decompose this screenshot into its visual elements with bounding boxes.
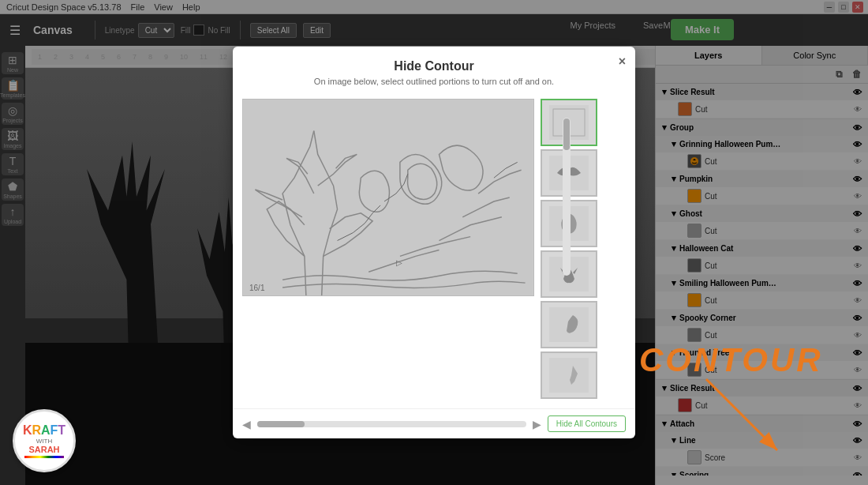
nav-prev-arrow[interactable]: ◀ xyxy=(242,418,251,430)
brand-sarah-text: SARAH xyxy=(28,445,59,454)
modal-header: Hide Contour On image below, select outl… xyxy=(233,47,635,89)
page-indicator: 16/1 xyxy=(249,284,264,292)
modal-close-button[interactable]: × xyxy=(619,55,626,69)
thumb-item-5[interactable] xyxy=(541,301,597,348)
hide-contour-modal: Hide Contour On image below, select outl… xyxy=(233,47,635,438)
hide-all-contours-button[interactable]: Hide All Contours xyxy=(548,415,626,432)
vertical-scrollbar-thumb[interactable] xyxy=(563,118,570,150)
nav-next-arrow[interactable]: ▶ xyxy=(533,418,541,430)
brand-underline xyxy=(24,456,64,458)
modal-subtitle: On image below, select outlined portions… xyxy=(314,77,554,86)
contour-annotation-label: CONTOUR xyxy=(639,341,823,379)
brand-logo: K R A F T WITH SARAH xyxy=(13,409,76,472)
svg-rect-9 xyxy=(549,358,589,393)
modal-footer: ◀ ▶ Hide All Contours xyxy=(233,408,635,438)
contour-canvas[interactable]: ▷ 16/1 xyxy=(242,99,534,296)
svg-text:▷: ▷ xyxy=(396,258,402,267)
thumb-item-6[interactable] xyxy=(541,352,597,399)
svg-rect-1 xyxy=(243,100,533,295)
brand-kraft-text: K R A F T xyxy=(23,423,65,438)
contour-thumbnails xyxy=(541,99,604,399)
modal-scrollbar-area: ◀ ▶ Hide All Contours xyxy=(242,415,626,432)
modal-body: ▷ 16/1 xyxy=(233,89,635,408)
horizontal-scrollbar-track[interactable] xyxy=(257,421,526,427)
horizontal-scrollbar-thumb[interactable] xyxy=(257,421,305,427)
brand-with-text: WITH xyxy=(36,438,52,445)
modal-title: Hide Contour xyxy=(394,59,473,73)
modal-overlay[interactable]: Hide Contour On image below, select outl… xyxy=(0,0,868,485)
vertical-scrollbar-track[interactable] xyxy=(563,118,571,276)
